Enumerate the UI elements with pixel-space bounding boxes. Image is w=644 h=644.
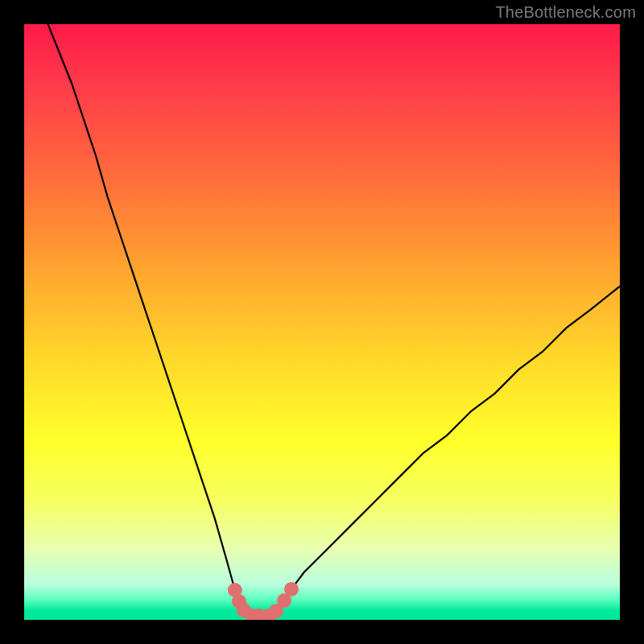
attribution-text: TheBottleneck.com	[495, 3, 636, 22]
gradient-background	[24, 24, 620, 620]
outer-frame: TheBottleneck.com	[0, 0, 644, 644]
bottleneck-chart	[24, 24, 620, 620]
plot-area	[24, 24, 620, 620]
marker-dot	[284, 582, 299, 597]
